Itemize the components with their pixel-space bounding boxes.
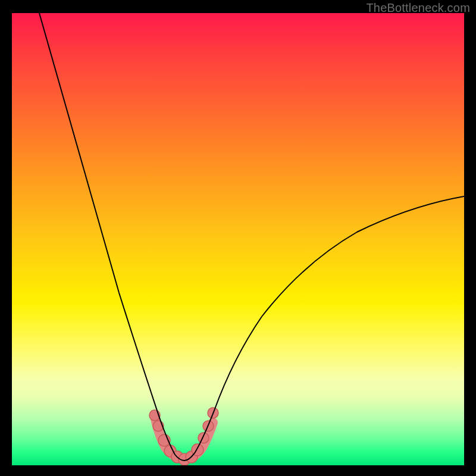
highlight-dots xyxy=(149,408,218,465)
curve-left-branch xyxy=(39,13,184,461)
watermark-text: TheBottleneck.com xyxy=(366,1,470,15)
chart-plot-area xyxy=(12,13,464,465)
curve-right-branch xyxy=(184,196,464,461)
curve-svg xyxy=(12,13,464,465)
dot xyxy=(198,433,209,443)
